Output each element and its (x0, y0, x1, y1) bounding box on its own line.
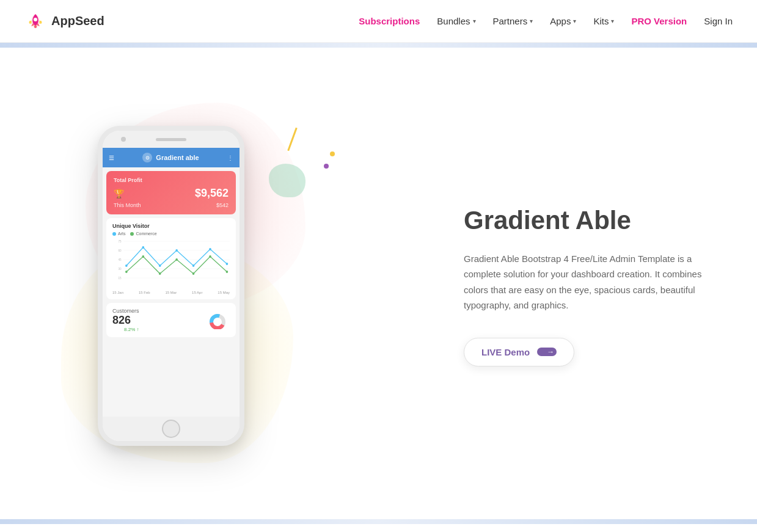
svg-point-18 (192, 264, 195, 267)
live-demo-label: LIVE Demo (481, 347, 530, 357)
svg-point-21 (125, 271, 128, 273)
profit-month: This Month (114, 202, 141, 208)
chart-legend: Arts Commerce (112, 231, 230, 236)
chart-card: Unique Visitor Arts Commerce (106, 218, 236, 299)
customers-card: Customers 826 8.2% ↑ (106, 303, 236, 337)
svg-point-25 (192, 272, 195, 275)
phone-top-bar (103, 131, 240, 148)
svg-point-15 (142, 246, 144, 249)
svg-point-22 (142, 255, 144, 258)
kits-chevron-icon: ▾ (611, 18, 614, 24)
blob-green (269, 164, 305, 197)
profit-icon: 🏆 (114, 189, 124, 199)
brand-name-text: AppSeed (51, 14, 104, 28)
line-chart: 75 60 45 30 15 (112, 238, 230, 287)
brand-logo-link[interactable]: AppSeed (24, 10, 104, 32)
svg-point-24 (175, 258, 178, 261)
customers-label: Customers (112, 308, 139, 314)
top-accent-bar (0, 43, 757, 48)
product-description: Gradient Able Bootstrap 4 Free/Lite Admi… (464, 251, 708, 313)
live-demo-button[interactable]: LIVE Demo (464, 338, 574, 366)
svg-point-20 (226, 263, 229, 265)
commerce-dot (130, 232, 134, 236)
svg-text:75: 75 (119, 240, 122, 243)
phone-screen: ☰ ⊙ Gradient able ⋮ Total Profit 🏆 $9,56… (103, 148, 240, 417)
phone-body: ☰ ⊙ Gradient able ⋮ Total Profit 🏆 $9,56… (98, 126, 244, 446)
rocket-icon (24, 10, 46, 32)
phone-mockup: ☰ ⊙ Gradient able ⋮ Total Profit 🏆 $9,56… (98, 126, 244, 446)
right-content: Gradient Able Gradient Able Bootstrap 4 … (403, 205, 708, 366)
customers-row: Customers 826 8.2% ↑ (112, 308, 230, 332)
customers-left: Customers 826 8.2% ↑ (112, 308, 139, 332)
phone-speaker (156, 138, 186, 141)
svg-rect-3 (34, 25, 37, 28)
svg-point-16 (159, 264, 161, 267)
svg-point-2 (34, 18, 37, 21)
dot-yellow (330, 151, 335, 156)
phone-home-button[interactable] (162, 420, 180, 438)
profit-row: 🏆 $9,562 (114, 187, 229, 200)
nav-list: Subscriptions Bundles ▾ Partners ▾ Apps … (359, 16, 733, 26)
profit-sub-amount: $542 (216, 202, 229, 208)
line-yellow (287, 128, 297, 151)
arrow-right-icon (537, 348, 557, 356)
dot-purple (324, 164, 329, 169)
svg-text:30: 30 (119, 268, 122, 271)
mini-donut-chart (205, 311, 230, 329)
profit-card: Total Profit 🏆 $9,562 This Month $542 (106, 171, 236, 214)
svg-point-23 (159, 272, 161, 275)
legend-arts: Arts (112, 231, 125, 236)
svg-text:60: 60 (119, 249, 122, 252)
chart-x-labels: 15 Jan 15 Feb 15 Mar 15 Apr 15 May (112, 291, 230, 294)
legend-commerce: Commerce (130, 231, 156, 236)
phone-camera (121, 137, 126, 142)
more-icon: ⋮ (227, 155, 233, 161)
svg-point-17 (175, 249, 178, 252)
hamburger-icon: ☰ (109, 155, 114, 161)
product-title: Gradient Able (464, 205, 708, 236)
profit-month-row: This Month $542 (114, 202, 229, 208)
partners-chevron-icon: ▾ (530, 18, 533, 24)
nav-item-partners[interactable]: Partners ▾ (493, 16, 533, 26)
bottom-accent-bar (0, 519, 757, 524)
nav-item-apps[interactable]: Apps ▾ (550, 16, 576, 26)
nav-item-kits[interactable]: Kits ▾ (593, 16, 614, 26)
chart-title: Unique Visitor (112, 223, 230, 229)
svg-point-27 (226, 271, 229, 273)
customers-value: 826 (112, 314, 139, 327)
svg-point-19 (209, 248, 211, 250)
nav-item-bundles[interactable]: Bundles ▾ (437, 16, 475, 26)
phone-bottom (103, 417, 240, 441)
profit-label: Total Profit (114, 177, 229, 183)
bundles-chevron-icon: ▾ (473, 18, 476, 24)
arts-dot (112, 232, 116, 236)
svg-text:15: 15 (119, 277, 122, 280)
svg-point-14 (125, 264, 128, 267)
main-content: ☰ ⊙ Gradient able ⋮ Total Profit 🏆 $9,56… (0, 48, 757, 524)
app-title-area: ⊙ Gradient able (142, 153, 199, 162)
nav-item-pro[interactable]: PRO Version (631, 16, 687, 26)
profit-amount: $9,562 (195, 187, 229, 200)
navbar: AppSeed Subscriptions Bundles ▾ Partners… (0, 0, 757, 43)
app-header-bar: ☰ ⊙ Gradient able ⋮ (103, 148, 240, 167)
nav-item-signin[interactable]: Sign In (704, 16, 733, 26)
nav-item-subscriptions[interactable]: Subscriptions (359, 16, 420, 26)
svg-point-26 (209, 255, 211, 258)
apps-chevron-icon: ▾ (573, 18, 576, 24)
svg-text:45: 45 (119, 258, 122, 261)
customers-change: 8.2% ↑ (112, 327, 139, 332)
app-logo-icon: ⊙ (142, 153, 152, 162)
